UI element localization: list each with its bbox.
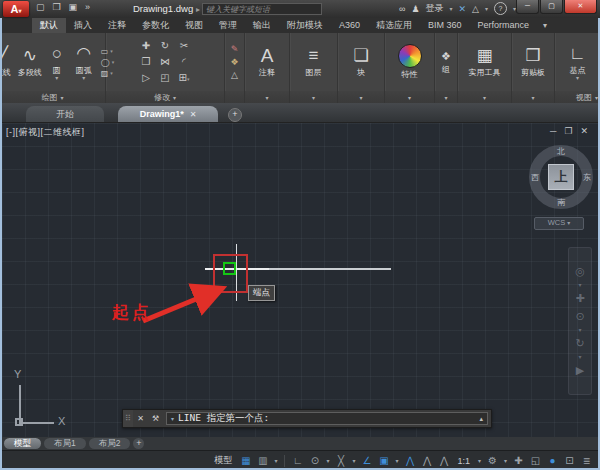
annotation-autoscale-icon[interactable]: ⋀ [419,454,434,468]
tab-layout2[interactable]: 布局2 [89,438,131,449]
search-input[interactable] [202,3,322,15]
panel-layers-footer[interactable]: ▾ [290,91,337,103]
chevron-down-icon[interactable]: ▾ [576,76,579,81]
help-icon[interactable]: ? [494,2,507,15]
clean-screen-icon[interactable]: ⊡ [562,454,577,468]
ribbon-tab-view[interactable]: 视图 [177,18,211,33]
object-snap-tracking-icon[interactable]: ╳ [333,454,348,468]
panel-clipboard-footer[interactable]: ▾ [512,91,554,103]
block-button[interactable]: ❏ 块 [349,46,373,78]
rotate-tool-button[interactable]: ↻ [156,38,175,54]
layers-button[interactable]: ≡ 图层 [302,46,326,78]
compass-south-label[interactable]: 南 [557,197,565,208]
utilities-button[interactable]: ▦ 实用工具 [469,46,501,78]
group-button[interactable]: ❖ 组 [434,50,458,75]
zoom-icon[interactable]: ⊙ [575,310,584,323]
tab-model[interactable]: 模型 [4,438,41,449]
viewcube[interactable]: 北 南 西 东 上 [529,145,593,209]
annotation-scale-value[interactable]: 1:1 [453,456,474,466]
panel-modify-footer[interactable]: 修改▾ [106,91,224,103]
maximize-button[interactable]: ▢ [540,0,563,14]
ribbon-tab-bim360[interactable]: BIM 360 [420,18,470,33]
line-tool-button[interactable]: ╱ 直线 [0,46,15,78]
panel-groups-footer[interactable]: ▾ [435,91,457,103]
panel-block-footer[interactable]: ▾ [338,91,384,103]
save-file-icon[interactable]: ▣ [69,2,78,12]
chevron-down-icon[interactable]: ▾ [350,457,357,464]
viewport-close-icon[interactable]: ✕ [580,126,588,136]
exchange-apps-icon[interactable]: ✕ [459,4,467,14]
scale-tool-button[interactable]: ◰ [156,70,175,86]
ribbon-tab-a360[interactable]: A360 [331,18,368,33]
ribbon-tab-output[interactable]: 输出 [245,18,279,33]
match-properties-icon[interactable]: ✎ [230,44,238,54]
object-snap-settings-icon[interactable]: ▣ [376,454,391,468]
annotation-button[interactable]: A 注释 [255,46,279,78]
chevron-down-icon[interactable]: ▾ [578,283,581,287]
compass-east-label[interactable]: 东 [583,172,591,183]
new-layout-button[interactable]: + [133,438,144,449]
viewcube-top-face[interactable]: 上 [548,164,574,190]
panel-utilities-footer[interactable]: ▾ [458,91,511,103]
chevron-down-icon[interactable]: ▾ [393,457,400,464]
workspace-switch-icon[interactable]: ⚙ [485,454,500,468]
clipboard-button[interactable]: ❒ 剪贴板 [521,46,545,78]
customization-menu-icon[interactable]: ≡ [579,454,594,468]
chevron-down-icon[interactable]: ▾ [55,76,58,81]
circle-tool-button[interactable]: ○ 圆 ▾ [45,44,69,81]
drawing-canvas[interactable]: [-][俯视][二维线框] ─ ❐ ✕ 北 南 西 东 上 WCS ▾ ◎ ▾ … [2,122,598,437]
compass-west-label[interactable]: 西 [531,172,539,183]
copy-tool-button[interactable]: ❐ [137,54,156,70]
ribbon-display-toggle-icon[interactable]: ▾ [543,18,547,33]
snap-mode-icon[interactable]: ▥ [255,454,270,468]
fillet-tool-button[interactable]: ◜ [175,54,194,70]
hardware-acceleration-icon[interactable]: ● [545,454,560,468]
wcs-dropdown[interactable]: WCS ▾ [534,217,584,230]
tab-drawing1[interactable]: Drawing1*✕ [118,106,218,122]
tab-layout1[interactable]: 布局1 [44,438,86,449]
panel-annotation-footer[interactable]: ▾ [245,91,289,103]
viewport-restore-icon[interactable]: ❐ [564,126,572,136]
new-file-icon[interactable]: ▢ [36,2,45,12]
array-tool-button[interactable]: ⊞▾ [175,70,194,86]
grid-display-icon[interactable]: ▦ [238,454,253,468]
annotation-visibility-icon[interactable]: ⋀ [402,454,417,468]
mirror-tool-button[interactable]: ⋈ [156,54,175,70]
arc-tool-button[interactable]: ◠ 圆弧 ▾ [72,44,96,81]
signin-label[interactable]: 登录 [425,2,443,15]
chevron-down-icon[interactable]: ▾ [578,328,581,332]
command-line-tools-icon[interactable]: ⚒ [148,410,163,427]
a360-icon[interactable]: △ [472,4,479,14]
ribbon-tab-performance[interactable]: Performance [470,18,538,33]
navigation-wheel-icon[interactable]: ◎ [575,265,585,278]
pan-icon[interactable]: ✚ [575,292,584,305]
object-snap-icon[interactable]: ∠ [359,454,374,468]
measure-icon[interactable]: △ [230,70,238,80]
showmotion-icon[interactable]: ▶ [576,364,584,377]
ortho-mode-icon[interactable]: ∟ [290,454,305,468]
minimize-button[interactable]: ─ [516,0,539,14]
chevron-down-icon[interactable]: ▾ [578,355,581,359]
close-button[interactable]: ✕ [564,0,597,14]
ribbon-tab-featured-apps[interactable]: 精选应用 [368,18,420,33]
search-go-icon[interactable]: ▸ [196,5,200,14]
chevron-down-icon[interactable]: ▾ [502,457,509,464]
base-point-button[interactable]: ∟ 基点 ▾ [566,44,590,81]
panel-draw-footer[interactable]: 绘图▾ [0,91,105,103]
ribbon-tab-parametric[interactable]: 参数化 [134,18,177,33]
open-file-icon[interactable]: ❒ [53,2,61,12]
ribbon-tab-annotate[interactable]: 注释 [100,18,134,33]
command-line-bar[interactable]: ⠿ ✕ ⚒ ▾ LINE 指定第一个点: ▴ [122,409,492,428]
ribbon-tab-manage[interactable]: 管理 [211,18,245,33]
command-line-grip[interactable]: ⠿ [123,410,133,427]
stretch-tool-button[interactable]: ▷ [137,70,156,86]
toolbar-overflow-icon[interactable]: » [85,2,90,12]
ribbon-tab-addins[interactable]: 附加模块 [279,18,331,33]
properties-button[interactable]: 特性 [398,44,422,80]
panel-view-footer[interactable]: 视图▾ [555,91,600,103]
model-space-toggle[interactable]: 模型 [210,454,236,467]
tab-start[interactable]: 开始 [26,106,104,122]
chevron-down-icon[interactable]: ▾ [324,457,331,464]
application-menu-button[interactable]: A▾ [3,1,29,17]
viewport-minimize-icon[interactable]: ─ [550,126,556,136]
